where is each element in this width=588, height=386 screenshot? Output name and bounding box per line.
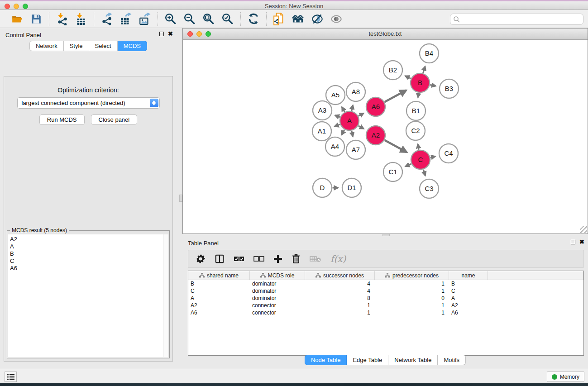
hide-graphics-details-icon[interactable] — [330, 13, 343, 25]
zoom-selected-icon[interactable] — [221, 13, 234, 25]
graph-node-A4[interactable]: A4 — [325, 137, 344, 156]
table-row[interactable]: A2connector11A2 — [188, 302, 583, 309]
cell[interactable]: dominator — [250, 280, 305, 287]
edge-A-A5[interactable] — [342, 107, 344, 112]
delete-table-icon[interactable] — [310, 253, 321, 265]
close-panel-icon[interactable]: ✖ — [168, 32, 173, 36]
open-file-icon[interactable] — [11, 13, 24, 25]
graph-node-A2[interactable]: A2 — [366, 126, 385, 145]
settings-gear-icon[interactable] — [196, 253, 206, 265]
graph-node-A3[interactable]: A3 — [313, 101, 332, 120]
column-header-name[interactable]: name — [449, 271, 488, 280]
edge-B-B1[interactable] — [418, 93, 418, 97]
cell[interactable]: 1 — [375, 302, 449, 309]
close-table-panel-icon[interactable]: ✖ — [579, 240, 584, 244]
mcds-result-list[interactable]: A2ABCA6 — [8, 234, 163, 357]
graph-node-B[interactable]: B — [411, 73, 430, 92]
cell[interactable]: 1 — [305, 302, 375, 309]
graph-node-C4[interactable]: C4 — [439, 144, 458, 163]
zoom-out-icon[interactable] — [183, 13, 196, 25]
edge-A-A3[interactable] — [335, 115, 340, 117]
deselect-all-icon[interactable] — [253, 253, 264, 265]
graph-node-A1[interactable]: A1 — [312, 122, 331, 141]
graph-node-B3[interactable]: B3 — [440, 79, 459, 98]
cell[interactable]: 4 — [305, 280, 375, 287]
cell[interactable]: 1 — [375, 287, 449, 295]
edge-C-C2[interactable] — [418, 144, 419, 150]
graph-node-C2[interactable]: C2 — [406, 121, 425, 140]
first-neighbors-icon[interactable] — [292, 13, 305, 25]
edge-A-A2[interactable] — [359, 126, 364, 129]
select-all-icon[interactable] — [234, 253, 244, 265]
zoom-fit-icon[interactable] — [202, 13, 215, 25]
network-frame-titlebar[interactable]: testGlobe.txt — [183, 29, 588, 40]
result-list-item[interactable]: A — [10, 243, 163, 250]
cell[interactable]: A — [449, 295, 488, 302]
graph-node-A7[interactable]: A7 — [346, 140, 365, 159]
cell[interactable]: connector — [250, 302, 305, 309]
frame-resize-grip[interactable] — [580, 226, 587, 233]
cell[interactable]: 8 — [305, 295, 375, 302]
edge-A6-B[interactable] — [385, 91, 406, 102]
criterion-select[interactable]: largest connected component (directed) — [17, 97, 160, 109]
column-manager-icon[interactable] — [215, 253, 225, 265]
tab-network[interactable]: Network — [29, 41, 64, 51]
cell[interactable]: dominator — [250, 287, 305, 295]
column-header-shared-name[interactable]: shared name — [188, 271, 250, 280]
import-network-icon[interactable] — [56, 13, 68, 25]
cell[interactable]: A2 — [449, 302, 488, 309]
result-list-item[interactable]: C — [10, 257, 163, 265]
table-row[interactable]: Adominator80A — [188, 295, 583, 302]
graph-node-B2[interactable]: B2 — [383, 61, 402, 80]
graph-node-A[interactable]: A — [340, 111, 359, 130]
node-table[interactable]: shared nameMCDS rolesuccessor nodesprede… — [188, 271, 584, 356]
delete-column-icon[interactable] — [292, 253, 301, 265]
result-list-scrollbar[interactable] — [163, 234, 168, 357]
edge-A-A6[interactable] — [359, 113, 364, 116]
cell[interactable]: connector — [250, 309, 305, 316]
refresh-icon[interactable] — [247, 13, 260, 25]
graph-node-A8[interactable]: A8 — [346, 82, 365, 101]
add-column-icon[interactable] — [273, 253, 282, 265]
function-builder-icon[interactable]: f(x) — [330, 253, 346, 265]
result-list-item[interactable]: A6 — [10, 265, 163, 272]
run-mcds-button[interactable]: Run MCDS — [39, 114, 85, 125]
export-network-icon[interactable] — [100, 13, 113, 25]
graph-node-A6[interactable]: A6 — [366, 97, 385, 116]
tab-style[interactable]: Style — [64, 41, 89, 51]
cell[interactable]: B — [449, 280, 488, 287]
cell[interactable]: 1 — [305, 309, 375, 316]
tab-edge-table[interactable]: Edge Table — [347, 355, 388, 365]
export-table-icon[interactable] — [120, 13, 132, 25]
tab-node-table[interactable]: Node Table — [305, 355, 347, 365]
edge-A-A8[interactable] — [352, 105, 353, 111]
float-panel-icon[interactable] — [159, 32, 164, 36]
graph-node-C1[interactable]: C1 — [383, 162, 402, 181]
graph-node-A5[interactable]: A5 — [326, 86, 345, 105]
edge-C-C1[interactable] — [405, 164, 411, 167]
graph-node-B1[interactable]: B1 — [406, 101, 425, 120]
cell[interactable]: A6 — [188, 309, 250, 316]
tab-mcds[interactable]: MCDS — [118, 41, 147, 51]
import-table-icon[interactable] — [75, 13, 87, 25]
edge-B-B4[interactable] — [423, 67, 425, 73]
close-panel-button[interactable]: Close panel — [91, 114, 138, 125]
table-row[interactable]: Cdominator41C — [188, 287, 583, 295]
network-canvas[interactable]: AA1A2A3A4A5A6A7A8BB1B2B3B4CC1C2C3C4DD1 — [183, 40, 588, 234]
table-row[interactable]: A6connector11A6 — [188, 309, 583, 316]
column-header-predecessor-nodes[interactable]: predecessor nodes — [375, 271, 449, 280]
table-row[interactable]: Bdominator41B — [188, 280, 583, 287]
show-graphics-details-icon[interactable] — [311, 13, 324, 25]
export-image-icon[interactable] — [139, 13, 151, 25]
cell[interactable]: A2 — [188, 302, 250, 309]
edge-C-C4[interactable] — [430, 157, 435, 157]
edge-C-C3[interactable] — [423, 170, 425, 176]
result-list-item[interactable]: B — [10, 250, 163, 257]
cell[interactable]: A6 — [449, 309, 488, 316]
vertical-splitter-handle[interactable] — [179, 195, 182, 202]
cell[interactable]: A — [188, 295, 250, 302]
cell[interactable]: 4 — [305, 287, 375, 295]
column-header-successor-nodes[interactable]: successor nodes — [305, 271, 375, 280]
edge-B-B2[interactable] — [405, 76, 411, 79]
cell[interactable]: C — [449, 287, 488, 295]
